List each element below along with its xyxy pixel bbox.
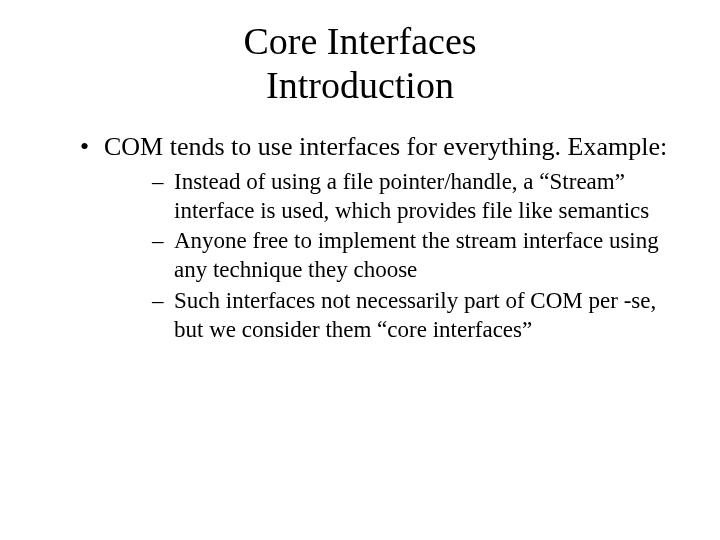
sub-list: Instead of using a file pointer/handle, … (104, 168, 670, 345)
title-line-2: Introduction (266, 64, 454, 106)
sub-item: Anyone free to implement the stream inte… (152, 227, 670, 285)
title-line-1: Core Interfaces (243, 20, 476, 62)
bullet-text: COM tends to use interfaces for everythi… (104, 132, 667, 161)
sub-text: Anyone free to implement the stream inte… (174, 228, 659, 282)
sub-text: Such interfaces not necessarily part of … (174, 288, 656, 342)
sub-item: Instead of using a file pointer/handle, … (152, 168, 670, 226)
bullet-item: COM tends to use interfaces for everythi… (80, 131, 670, 344)
sub-item: Such interfaces not necessarily part of … (152, 287, 670, 345)
slide-title: Core Interfaces Introduction (50, 20, 670, 107)
sub-text: Instead of using a file pointer/handle, … (174, 169, 649, 223)
bullet-list: COM tends to use interfaces for everythi… (50, 131, 670, 344)
